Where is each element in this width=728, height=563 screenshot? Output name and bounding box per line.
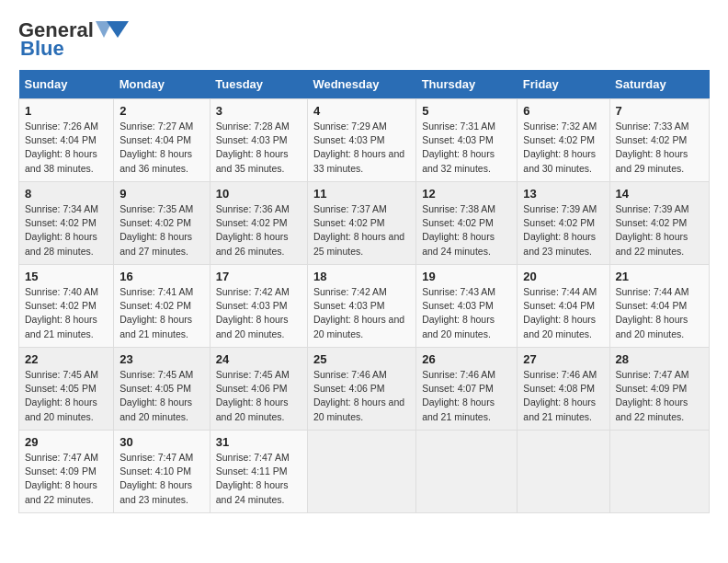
day-info: Sunrise: 7:47 AM Sunset: 4:10 PM Dayligh… (119, 451, 204, 507)
day-info: Sunrise: 7:39 AM Sunset: 4:02 PM Dayligh… (616, 202, 704, 259)
day-cell: 27 Sunrise: 7:46 AM Sunset: 4:08 PM Dayl… (518, 348, 609, 431)
day-cell: 8 Sunrise: 7:34 AM Sunset: 4:02 PM Dayli… (19, 182, 114, 265)
day-cell: 6 Sunrise: 7:32 AM Sunset: 4:02 PM Dayli… (518, 99, 609, 182)
day-number: 11 (313, 187, 410, 201)
calendar-table: SundayMondayTuesdayWednesdayThursdayFrid… (18, 70, 710, 513)
header-sunday: Sunday (19, 70, 114, 99)
logo: General Blue (18, 18, 131, 61)
day-info: Sunrise: 7:39 AM Sunset: 4:02 PM Dayligh… (523, 202, 603, 259)
day-number: 26 (422, 352, 511, 366)
day-info: Sunrise: 7:47 AM Sunset: 4:09 PM Dayligh… (25, 451, 108, 507)
header-thursday: Thursday (416, 70, 518, 99)
day-info: Sunrise: 7:46 AM Sunset: 4:06 PM Dayligh… (313, 368, 410, 424)
day-info: Sunrise: 7:35 AM Sunset: 4:02 PM Dayligh… (119, 202, 204, 259)
day-number: 22 (25, 352, 108, 366)
day-cell (416, 431, 518, 513)
day-cell: 5 Sunrise: 7:31 AM Sunset: 4:03 PM Dayli… (416, 99, 518, 182)
svg-marker-1 (96, 21, 112, 38)
day-cell: 3 Sunrise: 7:28 AM Sunset: 4:03 PM Dayli… (210, 99, 307, 182)
day-number: 19 (422, 270, 511, 283)
day-number: 16 (119, 270, 204, 283)
day-number: 1 (25, 104, 108, 118)
day-info: Sunrise: 7:47 AM Sunset: 4:09 PM Dayligh… (616, 368, 704, 424)
day-number: 30 (119, 435, 204, 449)
day-cell: 25 Sunrise: 7:46 AM Sunset: 4:06 PM Dayl… (307, 348, 415, 431)
day-cell (518, 431, 609, 513)
day-cell: 7 Sunrise: 7:33 AM Sunset: 4:02 PM Dayli… (609, 99, 710, 182)
day-number: 13 (523, 187, 603, 201)
day-number: 24 (216, 352, 301, 366)
day-cell: 22 Sunrise: 7:45 AM Sunset: 4:05 PM Dayl… (19, 348, 114, 431)
week-row-2: 8 Sunrise: 7:34 AM Sunset: 4:02 PM Dayli… (19, 182, 710, 265)
week-row-1: 1 Sunrise: 7:26 AM Sunset: 4:04 PM Dayli… (19, 99, 710, 182)
day-cell: 23 Sunrise: 7:45 AM Sunset: 4:05 PM Dayl… (114, 348, 210, 431)
day-number: 25 (313, 352, 410, 366)
week-row-5: 29 Sunrise: 7:47 AM Sunset: 4:09 PM Dayl… (19, 431, 710, 513)
day-info: Sunrise: 7:42 AM Sunset: 4:03 PM Dayligh… (216, 285, 301, 341)
header-wednesday: Wednesday (307, 70, 415, 99)
day-number: 15 (25, 270, 108, 283)
day-number: 10 (216, 187, 301, 201)
day-cell: 18 Sunrise: 7:42 AM Sunset: 4:03 PM Dayl… (307, 265, 415, 348)
day-number: 31 (216, 435, 301, 449)
day-cell: 15 Sunrise: 7:40 AM Sunset: 4:02 PM Dayl… (19, 265, 114, 348)
day-cell: 9 Sunrise: 7:35 AM Sunset: 4:02 PM Dayli… (114, 182, 210, 265)
day-cell: 12 Sunrise: 7:38 AM Sunset: 4:02 PM Dayl… (416, 182, 518, 265)
day-info: Sunrise: 7:45 AM Sunset: 4:05 PM Dayligh… (25, 368, 108, 424)
day-info: Sunrise: 7:41 AM Sunset: 4:02 PM Dayligh… (119, 285, 204, 341)
day-info: Sunrise: 7:37 AM Sunset: 4:02 PM Dayligh… (313, 202, 410, 259)
header-saturday: Saturday (609, 70, 710, 99)
day-info: Sunrise: 7:46 AM Sunset: 4:07 PM Dayligh… (422, 368, 511, 424)
day-info: Sunrise: 7:36 AM Sunset: 4:02 PM Dayligh… (216, 202, 301, 259)
day-cell: 11 Sunrise: 7:37 AM Sunset: 4:02 PM Dayl… (307, 182, 415, 265)
day-number: 5 (422, 104, 511, 118)
day-number: 6 (523, 104, 603, 118)
day-cell: 16 Sunrise: 7:41 AM Sunset: 4:02 PM Dayl… (114, 265, 210, 348)
day-info: Sunrise: 7:40 AM Sunset: 4:02 PM Dayligh… (25, 285, 108, 341)
day-cell: 17 Sunrise: 7:42 AM Sunset: 4:03 PM Dayl… (210, 265, 307, 348)
day-number: 28 (616, 352, 704, 366)
day-cell: 14 Sunrise: 7:39 AM Sunset: 4:02 PM Dayl… (609, 182, 710, 265)
day-cell: 4 Sunrise: 7:29 AM Sunset: 4:03 PM Dayli… (307, 99, 415, 182)
day-info: Sunrise: 7:43 AM Sunset: 4:03 PM Dayligh… (422, 285, 511, 341)
week-row-3: 15 Sunrise: 7:40 AM Sunset: 4:02 PM Dayl… (19, 265, 710, 348)
day-info: Sunrise: 7:44 AM Sunset: 4:04 PM Dayligh… (616, 285, 704, 341)
day-cell: 20 Sunrise: 7:44 AM Sunset: 4:04 PM Dayl… (518, 265, 609, 348)
calendar-body: 1 Sunrise: 7:26 AM Sunset: 4:04 PM Dayli… (19, 99, 710, 513)
calendar-header-row: SundayMondayTuesdayWednesdayThursdayFrid… (19, 70, 710, 99)
day-number: 2 (119, 104, 204, 118)
day-info: Sunrise: 7:26 AM Sunset: 4:04 PM Dayligh… (25, 120, 108, 176)
day-info: Sunrise: 7:29 AM Sunset: 4:03 PM Dayligh… (313, 120, 410, 176)
header-friday: Friday (518, 70, 609, 99)
day-info: Sunrise: 7:28 AM Sunset: 4:03 PM Dayligh… (216, 120, 301, 176)
day-info: Sunrise: 7:47 AM Sunset: 4:11 PM Dayligh… (216, 451, 301, 507)
day-number: 18 (313, 270, 410, 283)
day-info: Sunrise: 7:38 AM Sunset: 4:02 PM Dayligh… (422, 202, 511, 259)
page-header: General Blue (18, 18, 710, 61)
day-info: Sunrise: 7:34 AM Sunset: 4:02 PM Dayligh… (25, 202, 108, 259)
header-monday: Monday (114, 70, 210, 99)
day-cell (307, 431, 415, 513)
day-info: Sunrise: 7:42 AM Sunset: 4:03 PM Dayligh… (313, 285, 410, 341)
day-number: 23 (119, 352, 204, 366)
day-cell: 2 Sunrise: 7:27 AM Sunset: 4:04 PM Dayli… (114, 99, 210, 182)
week-row-4: 22 Sunrise: 7:45 AM Sunset: 4:05 PM Dayl… (19, 348, 710, 431)
day-cell: 1 Sunrise: 7:26 AM Sunset: 4:04 PM Dayli… (19, 99, 114, 182)
day-info: Sunrise: 7:45 AM Sunset: 4:05 PM Dayligh… (119, 368, 204, 424)
day-info: Sunrise: 7:44 AM Sunset: 4:04 PM Dayligh… (523, 285, 603, 341)
day-number: 3 (216, 104, 301, 118)
day-cell: 26 Sunrise: 7:46 AM Sunset: 4:07 PM Dayl… (416, 348, 518, 431)
day-cell: 28 Sunrise: 7:47 AM Sunset: 4:09 PM Dayl… (609, 348, 710, 431)
day-number: 12 (422, 187, 511, 201)
day-cell: 21 Sunrise: 7:44 AM Sunset: 4:04 PM Dayl… (609, 265, 710, 348)
day-number: 4 (313, 104, 410, 118)
day-number: 8 (25, 187, 108, 201)
day-number: 7 (616, 104, 704, 118)
day-cell: 13 Sunrise: 7:39 AM Sunset: 4:02 PM Dayl… (518, 182, 609, 265)
day-cell: 30 Sunrise: 7:47 AM Sunset: 4:10 PM Dayl… (114, 431, 210, 513)
day-cell (609, 431, 710, 513)
header-tuesday: Tuesday (210, 70, 307, 99)
day-info: Sunrise: 7:32 AM Sunset: 4:02 PM Dayligh… (523, 120, 603, 176)
day-info: Sunrise: 7:31 AM Sunset: 4:03 PM Dayligh… (422, 120, 511, 176)
day-info: Sunrise: 7:27 AM Sunset: 4:04 PM Dayligh… (119, 120, 204, 176)
